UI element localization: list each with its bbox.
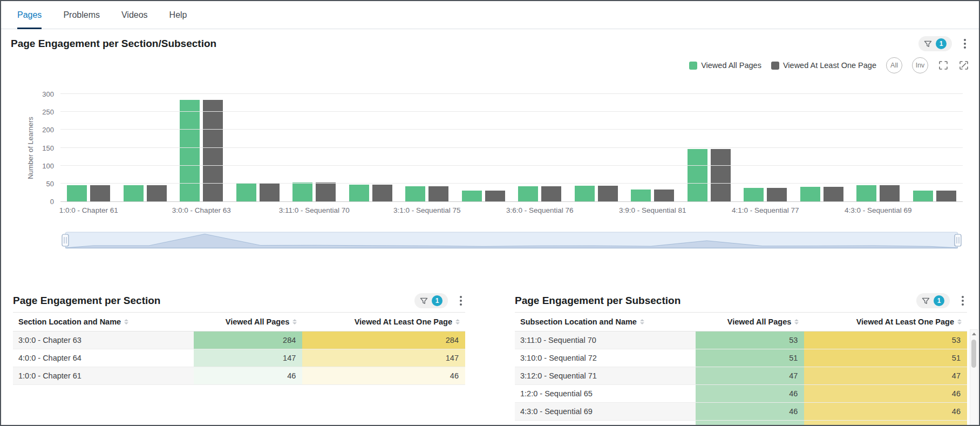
datazoom-handle[interactable] — [955, 234, 961, 246]
viewed-all-pages-cell: 43 — [696, 421, 804, 426]
bar-viewed-at-least-one-page[interactable] — [711, 149, 731, 202]
y-axis-tick-label: 300 — [42, 91, 54, 98]
datazoom-handle[interactable] — [62, 234, 69, 246]
section-tbody: 3:0:0 - Chapter 632842844:0:0 - Chapter … — [13, 332, 465, 385]
datazoom-svg[interactable] — [60, 230, 963, 251]
bar-group — [60, 94, 117, 201]
vertical-scrollbar[interactable] — [970, 329, 978, 425]
column-header-viewed-all[interactable]: Viewed All Pages — [194, 313, 302, 332]
bar-viewed-at-least-one-page[interactable] — [203, 100, 223, 201]
viewed-at-least-one-page-cell: 147 — [302, 349, 465, 367]
location-name-cell: 4:3:0 - Sequential 69 — [515, 403, 696, 421]
tab-bar: Pages Problems Videos Help — [1, 1, 979, 29]
tab-problems[interactable]: Problems — [63, 1, 100, 29]
table-row[interactable]: 3:10:0 - Sequential 725151 — [515, 349, 967, 367]
bar-group — [173, 94, 230, 201]
bar-viewed-all-pages[interactable] — [462, 191, 482, 201]
bar-viewed-all-pages[interactable] — [124, 185, 144, 202]
more-options-button[interactable] — [457, 293, 465, 308]
x-axis-label — [568, 206, 625, 217]
legend-select-all-button[interactable]: All — [886, 57, 902, 73]
bar-viewed-all-pages[interactable] — [856, 185, 876, 202]
bar-viewed-at-least-one-page[interactable] — [598, 186, 618, 201]
bar-viewed-at-least-one-page[interactable] — [372, 185, 392, 201]
bar-viewed-at-least-one-page[interactable] — [428, 186, 448, 201]
bar-viewed-at-least-one-page[interactable] — [767, 188, 787, 201]
gridline — [60, 129, 963, 130]
location-name-cell: 1:2:0 - Sequential 65 — [515, 385, 696, 403]
gridline — [60, 183, 963, 184]
gridline — [60, 111, 963, 112]
bar-viewed-all-pages[interactable] — [236, 183, 256, 201]
bar-viewed-at-least-one-page[interactable] — [824, 187, 843, 201]
table-row[interactable]: 4:3:0 - Sequential 694646 — [515, 403, 967, 421]
filter-icon — [420, 297, 428, 305]
tab-pages[interactable]: Pages — [17, 1, 42, 29]
more-options-button[interactable] — [961, 36, 969, 51]
legend-label: Viewed At Least One Page — [783, 61, 876, 70]
zoom-select-icon[interactable] — [938, 60, 949, 71]
bar-viewed-at-least-one-page[interactable] — [880, 185, 900, 202]
bar-viewed-at-least-one-page[interactable] — [485, 191, 505, 201]
bar-viewed-at-least-one-page[interactable] — [541, 186, 561, 201]
scrollbar-thumb[interactable] — [971, 340, 976, 368]
location-name-cell: 4:0:0 - Chapter 64 — [13, 349, 194, 367]
gridline — [60, 165, 963, 166]
viewed-at-least-one-page-cell: 43 — [804, 421, 967, 426]
bar-viewed-all-pages[interactable] — [405, 186, 425, 201]
column-header-viewed-one[interactable]: Viewed At Least One Page — [804, 313, 967, 332]
legend-item-viewed-all[interactable]: Viewed All Pages — [689, 61, 761, 70]
bar-viewed-all-pages[interactable] — [800, 187, 820, 201]
filter-icon — [924, 40, 932, 48]
bar-viewed-all-pages[interactable] — [913, 191, 933, 201]
table-row[interactable]: 3:12:0 - Sequential 714747 — [515, 367, 967, 385]
column-header-viewed-all[interactable]: Viewed All Pages — [696, 313, 804, 332]
column-header-viewed-one[interactable]: Viewed At Least One Page — [302, 313, 465, 332]
more-options-button[interactable] — [958, 293, 967, 308]
bar-viewed-at-least-one-page[interactable] — [90, 185, 110, 202]
table-row[interactable]: 3:7:0 - Sequential 744343 — [515, 421, 967, 426]
table-row[interactable]: 4:0:0 - Chapter 64147147 — [13, 349, 465, 367]
section-thead: Section Location and NameViewed All Page… — [13, 313, 465, 332]
bar-viewed-at-least-one-page[interactable] — [316, 182, 336, 201]
tables-row: Page Engagement per Section 1 Section Lo… — [1, 293, 979, 426]
bar-group — [399, 94, 455, 201]
table-row[interactable]: 1:0:0 - Chapter 614646 — [13, 367, 465, 385]
bar-viewed-all-pages[interactable] — [292, 182, 312, 201]
legend-item-viewed-one[interactable]: Viewed At Least One Page — [771, 61, 876, 70]
bar-viewed-all-pages[interactable] — [575, 186, 595, 201]
bar-viewed-all-pages[interactable] — [67, 185, 87, 202]
plot-area: 050100150200250300 — [60, 94, 963, 202]
table-row[interactable]: 1:2:0 - Sequential 654646 — [515, 385, 967, 403]
location-name-cell: 3:7:0 - Sequential 74 — [515, 421, 696, 426]
tab-videos[interactable]: Videos — [121, 1, 148, 29]
x-axis-label: 3:11:0 - Sequential 70 — [286, 206, 343, 217]
bar-viewed-at-least-one-page[interactable] — [654, 190, 674, 201]
filter-indicator[interactable]: 1 — [918, 36, 952, 51]
bar-viewed-all-pages[interactable] — [631, 190, 651, 201]
x-axis-label — [794, 206, 850, 217]
table-row[interactable]: 3:11:0 - Sequential 705353 — [515, 332, 967, 349]
table-row[interactable]: 3:0:0 - Chapter 63284284 — [13, 332, 465, 349]
filter-indicator[interactable]: 1 — [916, 293, 950, 308]
bar-groups — [60, 94, 963, 201]
bar-chart: Number of Learners 050100150200250300 1:… — [11, 94, 969, 251]
bar-viewed-at-least-one-page[interactable] — [260, 183, 280, 201]
bar-viewed-all-pages[interactable] — [744, 188, 764, 201]
bar-viewed-all-pages[interactable] — [180, 100, 200, 201]
column-header-name[interactable]: Section Location and Name — [13, 313, 194, 332]
tab-help[interactable]: Help — [169, 1, 187, 29]
filter-indicator[interactable]: 1 — [414, 293, 448, 308]
bar-viewed-at-least-one-page[interactable] — [147, 185, 167, 202]
y-axis-title: Number of Learners — [26, 117, 35, 179]
bar-viewed-all-pages[interactable] — [518, 186, 538, 201]
bar-group — [230, 94, 287, 201]
bar-viewed-all-pages[interactable] — [349, 185, 369, 201]
legend-invert-button[interactable]: Inv — [912, 57, 928, 73]
zoom-reset-icon[interactable] — [958, 60, 969, 71]
column-header-name[interactable]: Subsection Location and Name — [515, 313, 696, 332]
scroll-up-arrow-icon[interactable] — [970, 330, 977, 337]
bar-viewed-at-least-one-page[interactable] — [936, 191, 956, 201]
y-axis-tick-label: 100 — [42, 162, 54, 169]
bar-viewed-all-pages[interactable] — [688, 149, 707, 202]
